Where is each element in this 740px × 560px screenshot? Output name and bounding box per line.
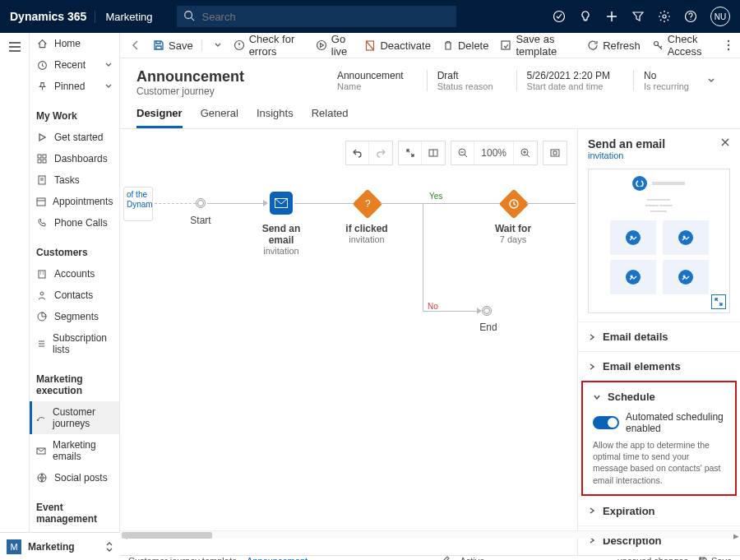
refresh-button[interactable]: Refresh — [587, 39, 641, 52]
svg-rect-12 — [38, 155, 41, 158]
check-errors-button[interactable]: Check for errors — [234, 33, 304, 58]
svg-point-5 — [663, 15, 666, 18]
nav-label: Phone Calls — [54, 217, 108, 229]
brand: Dynamics 365 — [10, 10, 86, 23]
svg-point-0 — [185, 12, 192, 19]
journey-canvas[interactable]: of the Dynam Start Send an emailinvitati… — [120, 129, 577, 555]
label: Delete — [458, 39, 489, 52]
horizontal-scrollbar[interactable]: ◂ ▸ — [120, 530, 740, 539]
nav-dashboards[interactable]: Dashboards — [30, 148, 119, 169]
svg-rect-19 — [39, 271, 45, 278]
deactivate-icon — [364, 39, 376, 51]
help-icon[interactable] — [684, 10, 697, 23]
start-node[interactable] — [196, 198, 206, 208]
header-field-recurring: NoIs recurring — [633, 70, 699, 91]
nav-contacts[interactable]: Contacts — [30, 285, 119, 306]
nav-get-started[interactable]: Get started — [30, 127, 119, 148]
chevron-right-icon — [588, 363, 596, 371]
save-dropdown[interactable] — [214, 41, 222, 49]
scroll-right-arrow[interactable]: ▸ — [732, 531, 740, 539]
section-schedule[interactable]: Schedule — [583, 382, 735, 411]
nav-subscriptionlists[interactable]: Subscription lists — [30, 327, 119, 360]
nav-marketing-emails[interactable]: Marketing emails — [30, 434, 119, 467]
more-commands[interactable] — [727, 39, 730, 51]
globe-icon — [36, 473, 48, 483]
area-badge: M — [7, 539, 21, 554]
scroll-thumb[interactable] — [122, 532, 212, 539]
record-subtitle: Customer journey — [136, 86, 244, 97]
nav-phonecalls[interactable]: Phone Calls — [30, 212, 119, 234]
tasks-icon — [36, 175, 48, 185]
delete-button[interactable]: Delete — [442, 39, 489, 52]
end-node[interactable] — [482, 306, 492, 316]
save-icon — [153, 39, 164, 51]
status-edit-icon[interactable] — [440, 556, 450, 560]
audience-chip[interactable]: of the Dynam — [123, 187, 153, 221]
check-access-button[interactable]: Check Access — [652, 33, 715, 58]
save-template-button[interactable]: Save as template — [500, 33, 576, 58]
deactivate-button[interactable]: Deactivate — [364, 39, 430, 52]
section-email-elements[interactable]: Email elements — [578, 352, 740, 381]
clock-icon — [36, 60, 48, 71]
global-search-input[interactable] — [177, 6, 456, 27]
nav-customer-journeys[interactable]: Customer journeys — [30, 401, 119, 434]
status-save-button[interactable]: Save — [698, 556, 732, 560]
panel-close-button[interactable] — [720, 137, 730, 147]
nav-home[interactable]: Home — [30, 33, 119, 54]
back-button[interactable] — [130, 39, 141, 51]
nav-accounts[interactable]: Accounts — [30, 263, 119, 285]
preview-expand-button[interactable] — [711, 294, 726, 309]
chevron-right-icon — [588, 333, 596, 341]
svg-rect-15 — [43, 160, 46, 163]
user-avatar[interactable]: NU — [710, 7, 730, 26]
nav-social-posts[interactable]: Social posts — [30, 467, 119, 488]
tab-related[interactable]: Related — [312, 107, 349, 128]
svg-point-35 — [728, 49, 729, 50]
nav-appointments[interactable]: Appointments — [30, 191, 119, 212]
segments-icon — [36, 312, 48, 322]
header-collapse[interactable] — [699, 68, 724, 93]
label: Expiration — [603, 505, 655, 517]
settings-icon[interactable] — [658, 10, 671, 23]
check-icon — [234, 39, 245, 51]
svg-rect-14 — [38, 160, 41, 163]
condition-tile[interactable]: ? — [353, 189, 383, 220]
svg-rect-17 — [37, 198, 45, 206]
phone-icon — [36, 218, 48, 228]
save-button[interactable]: Save — [153, 39, 202, 52]
label: Schedule — [608, 391, 655, 403]
svg-point-29 — [317, 41, 326, 50]
trash-icon — [442, 39, 454, 51]
play-icon — [36, 132, 48, 142]
label: Email elements — [603, 360, 681, 373]
section-expiration[interactable]: Expiration — [578, 497, 740, 525]
area-switcher[interactable]: M Marketing — [0, 532, 120, 560]
svg-point-20 — [40, 292, 44, 295]
search-icon — [183, 10, 195, 21]
golive-button[interactable]: Go live — [316, 33, 354, 58]
panel-subtitle[interactable]: invitation — [588, 150, 665, 160]
building-icon — [36, 269, 48, 279]
nav-tasks[interactable]: Tasks — [30, 169, 119, 191]
nav-pinned[interactable]: Pinned — [30, 76, 119, 97]
assistant-icon[interactable] — [553, 10, 566, 23]
add-icon[interactable] — [605, 10, 618, 23]
tab-insights[interactable]: Insights — [257, 107, 294, 128]
auto-schedule-toggle[interactable] — [593, 416, 619, 429]
svg-point-33 — [728, 40, 729, 42]
nav-segments[interactable]: Segments — [30, 306, 119, 327]
nav-recent[interactable]: Recent — [30, 54, 119, 76]
lightbulb-icon[interactable] — [579, 10, 592, 23]
tab-designer[interactable]: Designer — [136, 107, 183, 128]
tab-general[interactable]: General — [201, 107, 238, 128]
nav-label: Contacts — [54, 289, 93, 301]
section-email-details[interactable]: Email details — [578, 322, 740, 351]
grid-icon — [36, 154, 48, 164]
record-title: Announcement — [136, 68, 244, 86]
filter-icon[interactable] — [631, 10, 645, 23]
status-template-link[interactable]: Announcement — [247, 556, 308, 560]
email-tile[interactable] — [270, 192, 293, 215]
wait-tile[interactable] — [499, 189, 530, 220]
golive-icon — [316, 39, 327, 51]
hamburger-icon[interactable] — [8, 41, 21, 53]
